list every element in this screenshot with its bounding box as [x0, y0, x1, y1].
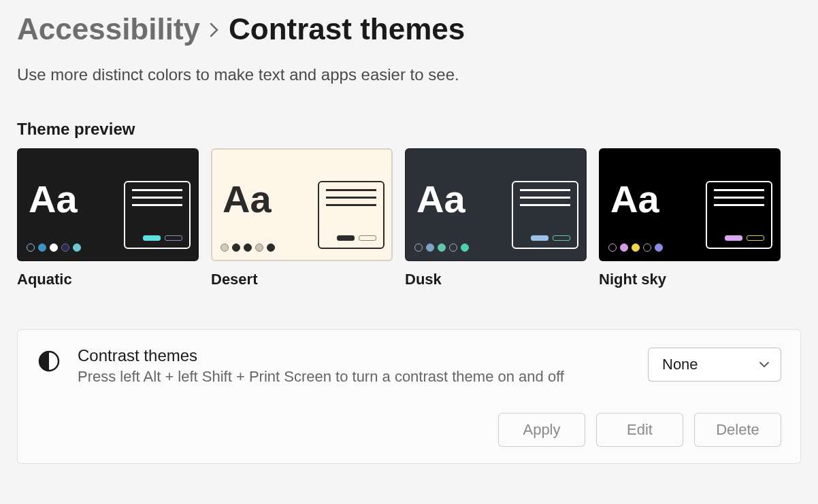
theme-card-dusk[interactable]: AaDusk [405, 148, 587, 288]
theme-preview: Aa [599, 148, 781, 261]
theme-dropdown[interactable]: None [648, 348, 781, 382]
theme-card-aquatic[interactable]: AaAquatic [17, 148, 199, 288]
edit-button[interactable]: Edit [596, 413, 683, 447]
color-dot [244, 243, 252, 252]
theme-preview: Aa [405, 148, 587, 261]
page-title: Contrast themes [229, 12, 465, 46]
chevron-down-icon [759, 360, 770, 370]
theme-name-label: Night sky [599, 271, 781, 288]
contrast-icon [37, 349, 61, 373]
preview-color-dots [608, 243, 663, 252]
section-heading: Theme preview [17, 120, 801, 139]
color-dot [267, 243, 275, 252]
preview-color-dots [414, 243, 469, 252]
color-dot [27, 243, 35, 252]
color-dot [655, 243, 663, 252]
color-dot [643, 243, 651, 252]
color-dot [438, 243, 446, 252]
color-dot [232, 243, 240, 252]
contrast-theme-card: Contrast themes Press left Alt + left Sh… [17, 329, 801, 464]
theme-grid: AaAquaticAaDesertAaDuskAaNight sky [17, 148, 801, 288]
preview-text-sample: Aa [610, 180, 659, 218]
preview-color-dots [220, 243, 275, 252]
card-title: Contrast themes [78, 346, 632, 365]
breadcrumb: Accessibility Contrast themes [17, 12, 801, 46]
color-dot [620, 243, 628, 252]
color-dot [632, 243, 640, 252]
delete-button[interactable]: Delete [694, 413, 781, 447]
color-dot [50, 243, 58, 252]
color-dot [414, 243, 423, 252]
card-subtitle: Press left Alt + left Shift + Print Scre… [78, 368, 632, 386]
page-description: Use more distinct colors to make text an… [17, 65, 801, 84]
color-dot [255, 243, 263, 252]
theme-card-night-sky[interactable]: AaNight sky [599, 148, 781, 288]
preview-text-sample: Aa [29, 180, 78, 218]
preview-window [318, 181, 385, 249]
theme-name-label: Desert [211, 271, 393, 288]
breadcrumb-parent[interactable]: Accessibility [17, 12, 200, 46]
preview-color-dots [27, 243, 81, 252]
color-dot [449, 243, 457, 252]
chevron-right-icon [210, 22, 219, 41]
apply-button[interactable]: Apply [498, 413, 585, 447]
theme-preview: Aa [17, 148, 199, 261]
color-dot [73, 243, 81, 252]
color-dot [38, 243, 46, 252]
dropdown-value: None [662, 356, 698, 373]
color-dot [608, 243, 617, 252]
theme-preview: Aa [211, 148, 393, 261]
preview-window [512, 181, 578, 249]
preview-text-sample: Aa [416, 180, 465, 218]
color-dot [61, 243, 69, 252]
preview-window [124, 181, 191, 249]
preview-text-sample: Aa [223, 180, 272, 218]
color-dot [461, 243, 469, 252]
theme-card-desert[interactable]: AaDesert [211, 148, 393, 288]
color-dot [426, 243, 434, 252]
color-dot [220, 243, 229, 252]
preview-window [706, 181, 772, 249]
theme-name-label: Aquatic [17, 271, 199, 288]
theme-name-label: Dusk [405, 271, 587, 288]
